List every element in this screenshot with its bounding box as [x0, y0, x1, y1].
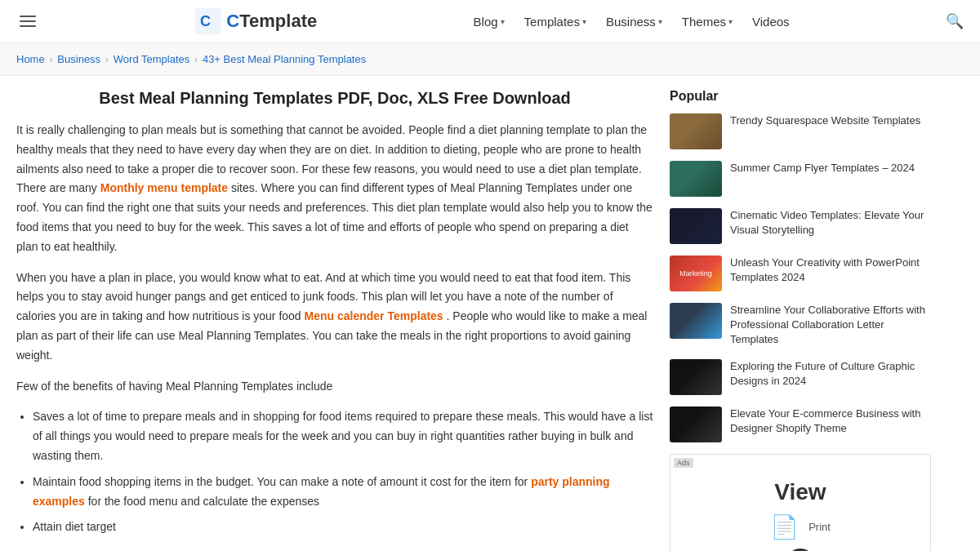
header: C CTemplate Blog▾ Templates▾ Business▾ T… — [0, 0, 980, 43]
article-body: It is really challenging to plan meals b… — [16, 121, 653, 551]
popular-thumb-2 — [670, 208, 722, 244]
nav-templates[interactable]: Templates▾ — [524, 15, 586, 29]
benefit2-after: for the food menu and calculate the expe… — [88, 495, 319, 508]
breadcrumb-sep-2: › — [105, 55, 109, 64]
benefits-list: Saves a lot of time to prepare meals and… — [33, 407, 653, 537]
benefit-1: Saves a lot of time to prepare meals and… — [33, 407, 653, 465]
popular-item-text-5: Exploring the Future of Culture Graphic … — [730, 359, 931, 389]
popular-item-text-2: Cinematic Video Templates: Elevate Your … — [730, 208, 931, 238]
logo-icon: C — [195, 8, 221, 34]
popular-label: Popular — [670, 89, 931, 104]
ad-arrow-button[interactable]: › — [786, 549, 815, 551]
benefit-3: Attain diet target — [33, 518, 653, 537]
article-title: Best Meal Planning Templates PDF, Doc, X… — [16, 89, 653, 108]
popular-item-6[interactable]: Elevate Your E-commerce Business with De… — [670, 407, 931, 442]
logo-text: CTemplate — [226, 11, 317, 32]
breadcrumb-sep-1: › — [50, 55, 53, 64]
popular-item-text-6: Elevate Your E-commerce Business with De… — [730, 407, 931, 436]
ad-content: View 📄 Print › — [670, 455, 930, 551]
popular-thumb-6 — [670, 407, 722, 442]
paragraph-3: Few of the benefits of having Meal Plann… — [16, 377, 653, 397]
breadcrumb: Home › Business › Word Templates › 43+ B… — [0, 43, 980, 76]
content-area: Best Meal Planning Templates PDF, Doc, X… — [16, 89, 670, 551]
popular-item-0[interactable]: Trendy Squarespace Website Templates — [670, 113, 931, 149]
breadcrumb-word-templates[interactable]: Word Templates — [114, 53, 189, 65]
hamburger-menu[interactable] — [16, 12, 39, 30]
ad-view-text: View — [774, 479, 826, 505]
popular-item-1[interactable]: Summer Camp Flyer Templates – 2024 — [670, 161, 931, 197]
popular-item-5[interactable]: Exploring the Future of Culture Graphic … — [670, 359, 931, 395]
breadcrumb-current: 43+ Best Meal Planning Templates — [203, 53, 366, 65]
nav-themes[interactable]: Themes▾ — [682, 15, 733, 29]
svg-text:C: C — [200, 13, 211, 29]
popular-item-text-1: Summer Camp Flyer Templates – 2024 — [730, 161, 915, 176]
popular-item-text-4: Streamline Your Collaborative Efforts wi… — [730, 303, 931, 348]
popular-thumb-0 — [670, 113, 722, 149]
menu-calender-link[interactable]: Menu calender Templates — [305, 309, 443, 322]
popular-item-4[interactable]: Streamline Your Collaborative Efforts wi… — [670, 303, 931, 348]
popular-thumb-4 — [670, 303, 722, 339]
main-nav: Blog▾ Templates▾ Business▾ Themes▾ Video… — [474, 15, 790, 29]
ad-icons: 📄 Print — [770, 513, 831, 540]
popular-thumb-1 — [670, 161, 722, 197]
logo[interactable]: C CTemplate — [195, 8, 317, 34]
main-layout: Best Meal Planning Templates PDF, Doc, X… — [0, 89, 980, 551]
breadcrumb-sep-3: › — [194, 55, 198, 64]
paragraph-1: It is really challenging to plan meals b… — [16, 121, 653, 257]
benefit2-before: Maintain food shopping items in the budg… — [33, 475, 528, 488]
popular-thumb-5 — [670, 359, 722, 395]
breadcrumb-home[interactable]: Home — [16, 53, 45, 65]
paragraph-2: When you have a plan in place, you would… — [16, 269, 653, 366]
nav-blog[interactable]: Blog▾ — [474, 15, 505, 29]
sidebar: Popular Trendy Squarespace Website Templ… — [670, 89, 931, 551]
pdf-icon: 📄 — [770, 513, 799, 540]
popular-item-3[interactable]: Marketing Unleash Your Creativity with P… — [670, 256, 931, 291]
search-icon[interactable]: 🔍 — [946, 12, 964, 30]
ad-print-text: Print — [808, 521, 831, 533]
monthly-menu-link[interactable]: Monthly menu template — [100, 181, 228, 194]
popular-item-2[interactable]: Cinematic Video Templates: Elevate Your … — [670, 208, 931, 244]
popular-item-text-3: Unleash Your Creativity with PowerPoint … — [730, 256, 931, 285]
ad-box: Ads View 📄 Print › ∧ — [670, 454, 931, 551]
nav-business[interactable]: Business▾ — [606, 15, 662, 29]
breadcrumb-business[interactable]: Business — [57, 53, 100, 65]
popular-item-text-0: Trendy Squarespace Website Templates — [730, 113, 920, 128]
ad-label: Ads — [674, 458, 693, 468]
popular-thumb-3: Marketing — [670, 256, 722, 291]
nav-videos[interactable]: Videos — [752, 15, 790, 29]
benefit-2: Maintain food shopping items in the budg… — [33, 473, 653, 512]
